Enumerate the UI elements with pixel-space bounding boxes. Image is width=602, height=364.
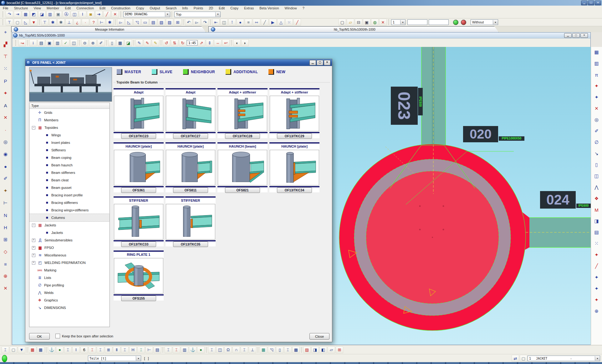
open-icon[interactable]: ⊟ xyxy=(355,19,362,26)
dots-icon[interactable]: ⁙ xyxy=(285,19,293,26)
connection-card[interactable]: Adapt + stiffenerOF13/TKC29 xyxy=(269,88,319,138)
tree-item-marking[interactable]: 1001Marking xyxy=(29,266,110,274)
tree-item-insert-plates[interactable]: ■Insert plates xyxy=(29,139,110,146)
view-combo[interactable]: Top ▼ xyxy=(174,12,221,17)
info-icon[interactable]: i xyxy=(29,39,37,46)
pen-icon[interactable]: ╱ xyxy=(293,19,301,26)
jump-icon[interactable]: ➔ xyxy=(95,11,103,18)
inner-restore-button[interactable]: ▢ xyxy=(572,33,580,38)
card-thumbnail[interactable] xyxy=(166,204,215,240)
tree-item-wings[interactable]: ■Wings xyxy=(29,131,110,139)
menu-window[interactable]: Window xyxy=(282,6,300,10)
menu-view[interactable]: View xyxy=(31,6,44,10)
page3-icon[interactable]: ▯ xyxy=(276,346,283,353)
bolt4-icon[interactable]: ✦ xyxy=(593,274,600,281)
scale-field[interactable] xyxy=(187,40,197,46)
menu-copy[interactable]: Copy xyxy=(133,6,147,10)
connection-card[interactable]: HAUNCH [plate]OFS361 xyxy=(114,142,164,192)
h-tool-icon[interactable]: H xyxy=(2,224,9,231)
connection-card[interactable]: STIFFENEROF13/TKC35 xyxy=(166,196,216,246)
bolt-brown-icon[interactable]: ✦ xyxy=(2,187,9,194)
ipe-profile-icon[interactable]: Ⅰ xyxy=(79,11,86,18)
bolt-icon[interactable]: ✱ xyxy=(49,19,57,26)
page-icon[interactable]: ▯ xyxy=(108,39,116,46)
cabinet-icon[interactable]: ▤ xyxy=(38,39,45,46)
anchor1-icon[interactable]: ⚓ xyxy=(48,346,55,353)
corner-icon[interactable]: ◹ xyxy=(268,346,275,353)
dots-r-icon[interactable]: ⁙ xyxy=(593,240,600,247)
dim-r-icon[interactable]: ↘ xyxy=(593,150,600,157)
dialog-close-button[interactable]: ✕ xyxy=(324,60,330,65)
menu-points[interactable]: Points xyxy=(191,6,206,10)
profile1-icon[interactable]: ⌶ xyxy=(2,346,9,353)
snap-target-icon[interactable]: ⌖ xyxy=(2,29,9,36)
nut2-icon[interactable]: ✱ xyxy=(106,19,114,26)
card-thumbnail[interactable] xyxy=(218,96,267,131)
wrench-icon[interactable]: ╱ xyxy=(103,11,111,18)
grid-e-icon[interactable]: ⊞ xyxy=(336,346,343,353)
pages2-icon[interactable]: ◫ xyxy=(216,346,224,353)
connection-card[interactable]: RING PLATE 1OFS155 xyxy=(114,250,164,301)
abc-icon[interactable]: ≡ xyxy=(245,19,252,26)
shade-plus-icon[interactable]: ◗ xyxy=(241,39,249,46)
sheet2-icon[interactable]: ▨ xyxy=(166,19,173,26)
bolt2-icon[interactable]: ✦ xyxy=(593,94,600,101)
column2-icon[interactable]: Ⅱ xyxy=(113,346,120,353)
tree-item-lists[interactable]: ≣Lists xyxy=(29,274,110,281)
profile5-icon[interactable]: ⌶ xyxy=(121,346,129,353)
pen-yellow-icon[interactable]: ✎ xyxy=(152,39,159,46)
drawing-combo[interactable]: DEMO_DRAWING ▼ xyxy=(123,12,170,17)
profile10-icon[interactable]: ⌶ xyxy=(241,346,248,353)
zoom-in-icon[interactable]: ⊕ xyxy=(89,39,97,46)
face2-icon[interactable]: ◹ xyxy=(133,19,141,26)
page-r-icon[interactable]: ▯ xyxy=(593,161,600,168)
pi-r-icon[interactable]: π xyxy=(593,71,600,78)
pages-r-icon[interactable]: ◫ xyxy=(593,173,600,179)
cad-joint-plate[interactable] xyxy=(339,144,529,331)
minimize-button[interactable]: ▁ xyxy=(581,1,587,5)
list-b-icon[interactable]: ≣ xyxy=(105,346,112,353)
grid-b-icon[interactable]: ▦ xyxy=(37,346,44,353)
expander-icon[interactable]: − xyxy=(32,224,35,227)
orbit-icon[interactable]: ↷ xyxy=(6,11,13,18)
connection-card[interactable]: HAUNCH [beam]OFS821 xyxy=(217,142,268,192)
menu-edit[interactable]: Edit xyxy=(216,6,227,10)
position-combo[interactable]: 1 JACKET - ▼ xyxy=(528,356,600,361)
menu-output[interactable]: Output xyxy=(147,6,163,10)
bolt-q-icon[interactable]: ⊤ xyxy=(41,19,48,26)
ta-icon[interactable]: ⊺ xyxy=(228,19,236,26)
graphics-r-icon[interactable]: ❖ xyxy=(593,195,600,202)
bolt-go-icon[interactable]: ⊢ xyxy=(98,19,105,26)
hatch-icon[interactable]: ▤ xyxy=(150,19,157,26)
chevron-down-icon[interactable]: ▼ xyxy=(215,12,220,17)
card-code-button[interactable]: OFS811 xyxy=(173,187,208,193)
save-icon[interactable]: ▣ xyxy=(363,19,370,26)
new-file-icon[interactable]: ▢ xyxy=(339,19,346,26)
marking-r-icon[interactable]: M xyxy=(593,206,600,213)
rotate-v-icon[interactable]: ⇕ xyxy=(206,39,213,46)
tree-item-dimensions[interactable]: ↘DIMENSIONS xyxy=(29,304,110,311)
menu-connection[interactable]: Connection xyxy=(74,6,97,10)
tree-item-members[interactable]: ΠMembers xyxy=(29,116,110,124)
part-label-024[interactable]: 024 xyxy=(540,191,576,209)
grid2-icon[interactable]: ⊞ xyxy=(174,19,181,26)
part-label-023[interactable]: 023 xyxy=(391,87,418,125)
tree-item-grids[interactable]: ✛Grids xyxy=(29,109,110,116)
zoom-out-icon[interactable]: ⊖ xyxy=(81,39,89,46)
page-grid-icon[interactable]: ▦ xyxy=(116,39,124,46)
nut-icon[interactable]: ✱ xyxy=(57,19,65,26)
profile-label-024[interactable]: IPE600 xyxy=(576,204,591,208)
plate2-icon[interactable]: ▱ xyxy=(328,346,335,353)
stud-icon[interactable]: ⊥ xyxy=(65,19,73,26)
menu--[interactable]: ? xyxy=(300,6,307,10)
tab-drawing[interactable]: hb_Top/M1:50/tv1000/th-1000 xyxy=(208,26,499,32)
tree-item-beam-stiffeners[interactable]: ■Beam stiffeners xyxy=(29,169,110,176)
goto-icon[interactable]: ⇥ xyxy=(14,11,21,18)
rotate-cw-icon[interactable]: ↻ xyxy=(179,39,186,46)
grid-a-icon[interactable]: ▦ xyxy=(29,346,36,353)
menu-edit[interactable]: Edit xyxy=(97,6,108,10)
maximize-button[interactable]: ▢ xyxy=(588,1,594,5)
tri-down-icon[interactable]: ▼ xyxy=(18,346,25,353)
rotate-skew-icon[interactable]: ⇗ xyxy=(198,39,205,46)
swap-icon[interactable]: ⇄ xyxy=(512,355,519,362)
